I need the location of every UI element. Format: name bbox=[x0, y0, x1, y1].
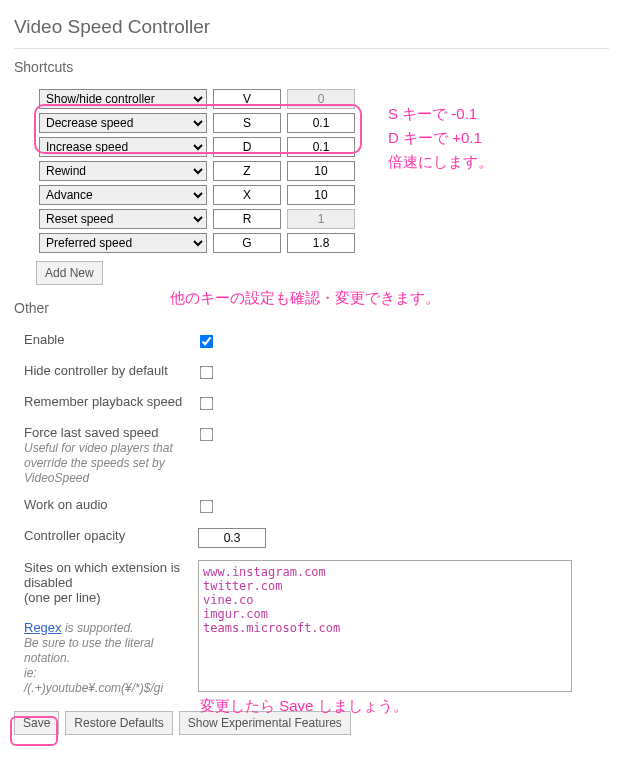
annotation-text-2: 他のキーの設定も確認・変更できます。 bbox=[170, 286, 440, 310]
shortcut-key-input[interactable] bbox=[213, 233, 281, 253]
audio-label: Work on audio bbox=[18, 491, 192, 522]
shortcut-key-input[interactable] bbox=[213, 209, 281, 229]
force-checkbox[interactable] bbox=[200, 428, 214, 442]
shortcut-key-input[interactable] bbox=[213, 137, 281, 157]
other-table: Enable Hide controller by default Rememb… bbox=[18, 326, 578, 701]
shortcut-action-select[interactable]: Show/hide controller bbox=[39, 89, 207, 109]
regex-link[interactable]: Regex bbox=[24, 620, 62, 635]
enable-label: Enable bbox=[18, 326, 192, 357]
remember-checkbox[interactable] bbox=[200, 397, 214, 411]
force-label: Force last saved speed Useful for video … bbox=[18, 419, 192, 491]
shortcut-value-input[interactable] bbox=[287, 233, 355, 253]
shortcut-row: Preferred speed bbox=[36, 233, 358, 253]
shortcut-row: Increase speed bbox=[36, 137, 358, 157]
opacity-label: Controller opacity bbox=[18, 522, 192, 554]
shortcut-key-input[interactable] bbox=[213, 185, 281, 205]
restore-defaults-button[interactable]: Restore Defaults bbox=[65, 711, 172, 735]
force-hint: Useful for video players that override t… bbox=[24, 441, 173, 485]
shortcut-action-select[interactable]: Preferred speed bbox=[39, 233, 207, 253]
shortcut-action-select[interactable]: Rewind bbox=[39, 161, 207, 181]
shortcut-row: Reset speed bbox=[36, 209, 358, 229]
shortcut-value-input[interactable] bbox=[287, 89, 355, 109]
add-new-button[interactable]: Add New bbox=[36, 261, 103, 285]
save-button[interactable]: Save bbox=[14, 711, 59, 735]
shortcut-action-select[interactable]: Decrease speed bbox=[39, 113, 207, 133]
shortcut-action-select[interactable]: Reset speed bbox=[39, 209, 207, 229]
shortcut-row: Show/hide controller bbox=[36, 89, 358, 109]
hide-default-label: Hide controller by default bbox=[18, 357, 192, 388]
page-title: Video Speed Controller bbox=[14, 16, 609, 38]
audio-checkbox[interactable] bbox=[200, 500, 214, 514]
shortcut-value-input[interactable] bbox=[287, 185, 355, 205]
remember-label: Remember playback speed bbox=[18, 388, 192, 419]
disabled-sites-textarea[interactable] bbox=[198, 560, 572, 692]
shortcut-action-select[interactable]: Increase speed bbox=[39, 137, 207, 157]
shortcut-value-input[interactable] bbox=[287, 161, 355, 181]
section-shortcuts-label: Shortcuts bbox=[14, 59, 609, 75]
opacity-input[interactable] bbox=[198, 528, 266, 548]
annotation-text-1: S キーで -0.1 D キーで +0.1 倍速にします。 bbox=[388, 102, 493, 174]
shortcuts-table: Show/hide controllerDecrease speedIncrea… bbox=[36, 85, 358, 257]
shortcut-action-select[interactable]: Advance bbox=[39, 185, 207, 205]
shortcut-row: Advance bbox=[36, 185, 358, 205]
enable-checkbox[interactable] bbox=[200, 335, 214, 349]
shortcut-row: Rewind bbox=[36, 161, 358, 181]
disabled-sites-label: Sites on which extension is disabled (on… bbox=[18, 554, 192, 701]
shortcut-value-input[interactable] bbox=[287, 137, 355, 157]
shortcut-value-input[interactable] bbox=[287, 113, 355, 133]
divider bbox=[14, 48, 609, 49]
shortcut-value-input[interactable] bbox=[287, 209, 355, 229]
hide-default-checkbox[interactable] bbox=[200, 366, 214, 380]
shortcut-row: Decrease speed bbox=[36, 113, 358, 133]
annotation-text-3: 変更したら Save しましょう。 bbox=[200, 694, 408, 718]
shortcut-key-input[interactable] bbox=[213, 161, 281, 181]
shortcut-key-input[interactable] bbox=[213, 113, 281, 133]
shortcut-key-input[interactable] bbox=[213, 89, 281, 109]
